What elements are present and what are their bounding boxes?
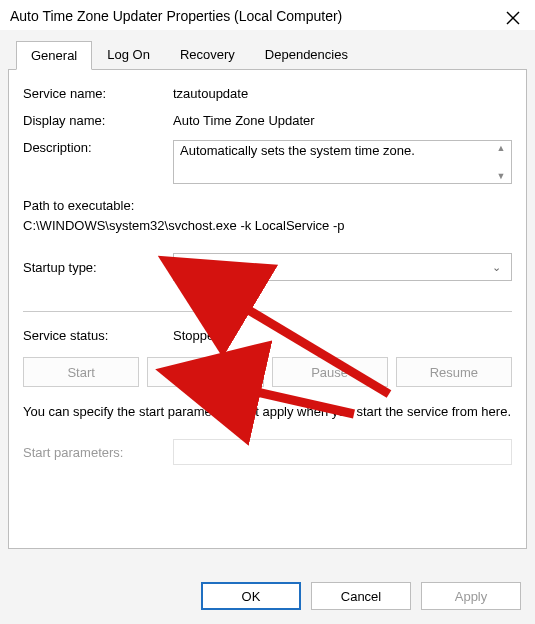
label-service-name: Service name: xyxy=(23,86,173,101)
row-description: Description: Automatically sets the syst… xyxy=(23,140,512,184)
label-display-name: Display name: xyxy=(23,113,173,128)
row-startup-type: Startup type: Disabled ⌄ xyxy=(23,253,512,281)
dialog-button-bar: OK Cancel Apply xyxy=(201,582,521,610)
label-service-status: Service status: xyxy=(23,328,173,343)
value-service-status: Stopped xyxy=(173,328,221,343)
row-service-name: Service name: tzautoupdate xyxy=(23,86,512,101)
startup-type-value: Disabled xyxy=(184,260,235,275)
start-params-hint: You can specify the start parameters tha… xyxy=(23,403,512,421)
label-start-params: Start parameters: xyxy=(23,445,173,460)
service-control-buttons: Start Stop Pause Resume xyxy=(23,357,512,387)
tab-general[interactable]: General xyxy=(16,41,92,70)
label-startup-type: Startup type: xyxy=(23,260,173,275)
tab-bar: General Log On Recovery Dependencies xyxy=(16,40,527,69)
row-service-status: Service status: Stopped xyxy=(23,328,512,343)
chevron-down-icon: ⌄ xyxy=(492,261,501,274)
resume-button[interactable]: Resume xyxy=(396,357,512,387)
value-path: C:\WINDOWS\system32\svchost.exe -k Local… xyxy=(23,216,512,236)
tab-recovery[interactable]: Recovery xyxy=(165,40,250,69)
tab-dependencies[interactable]: Dependencies xyxy=(250,40,363,69)
row-start-params: Start parameters: xyxy=(23,439,512,465)
ok-button[interactable]: OK xyxy=(201,582,301,610)
startup-type-select[interactable]: Disabled ⌄ xyxy=(173,253,512,281)
start-params-input[interactable] xyxy=(173,439,512,465)
scroll-up-icon[interactable]: ▲ xyxy=(493,143,509,153)
label-path: Path to executable: xyxy=(23,196,512,216)
row-display-name: Display name: Auto Time Zone Updater xyxy=(23,113,512,128)
cancel-button[interactable]: Cancel xyxy=(311,582,411,610)
separator xyxy=(23,311,512,312)
label-description: Description: xyxy=(23,140,173,155)
stop-button[interactable]: Stop xyxy=(147,357,263,387)
description-scroll: ▲ ▼ xyxy=(493,143,509,181)
value-service-name: tzautoupdate xyxy=(173,86,512,101)
value-display-name: Auto Time Zone Updater xyxy=(173,113,512,128)
close-icon xyxy=(506,11,520,25)
value-description: Automatically sets the system time zone. xyxy=(180,143,415,158)
description-box: Automatically sets the system time zone.… xyxy=(173,140,512,184)
start-button[interactable]: Start xyxy=(23,357,139,387)
close-button[interactable] xyxy=(503,8,523,28)
dialog-body: General Log On Recovery Dependencies Ser… xyxy=(8,40,527,549)
tab-logon[interactable]: Log On xyxy=(92,40,165,69)
path-block: Path to executable: C:\WINDOWS\system32\… xyxy=(23,196,512,235)
scroll-down-icon[interactable]: ▼ xyxy=(493,171,509,181)
pause-button[interactable]: Pause xyxy=(272,357,388,387)
window-title: Auto Time Zone Updater Properties (Local… xyxy=(10,8,342,24)
tab-panel-general: Service name: tzautoupdate Display name:… xyxy=(8,69,527,549)
titlebar: Auto Time Zone Updater Properties (Local… xyxy=(0,0,535,30)
apply-button[interactable]: Apply xyxy=(421,582,521,610)
